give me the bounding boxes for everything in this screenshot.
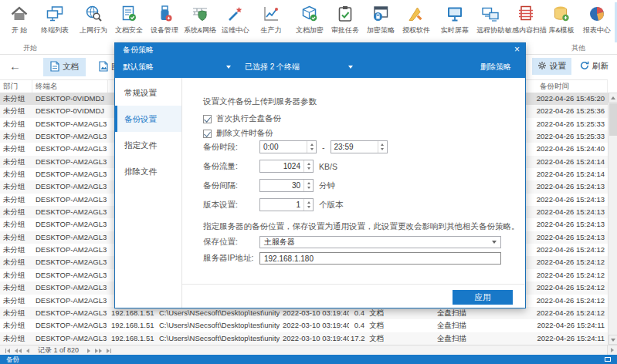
ribbon-item-label: 终端列表: [41, 25, 69, 35]
checkbox-checked[interactable]: [203, 130, 212, 138]
checkbox-row-0[interactable]: 首次执行全盘备份: [203, 113, 281, 124]
pager-fast-prev-button[interactable]: [12, 349, 24, 353]
ribbon-item-web-behavior[interactable]: 上网行为: [76, 2, 111, 42]
ribbon-item-productivity[interactable]: 生产力: [253, 2, 289, 42]
table-cell: 未分组: [0, 332, 32, 345]
server-ip-label: 服务器IP地址:: [203, 253, 259, 264]
document-encrypt-icon: [300, 4, 319, 24]
spinner-control[interactable]: [303, 199, 313, 211]
ribbon-item-encrypt-policy[interactable]: 加密策略: [363, 2, 398, 42]
version-input[interactable]: 1: [259, 198, 314, 211]
back-button[interactable]: [9, 59, 21, 72]
column-header-0[interactable]: 部门: [0, 80, 32, 93]
table-cell: DESKTOP-AM2AGL3: [32, 332, 108, 345]
ribbon-item-document-security[interactable]: 文档安全: [111, 2, 147, 42]
ribbon-item-device-management[interactable]: 设备管理: [147, 2, 182, 42]
table-vertical-scrollbar[interactable]: [608, 93, 617, 345]
ribbon-item-system-network[interactable]: 系统&网络: [182, 2, 218, 42]
ribbon-item-realtime-screen[interactable]: 实时屏幕: [437, 2, 473, 42]
chevron-down-icon: [226, 66, 231, 69]
table-cell: DESKTOP-AM2AGL3: [32, 194, 108, 206]
terminal-dropdown[interactable]: 已选择 2 个终端: [245, 62, 353, 72]
apply-button[interactable]: 应用: [453, 290, 513, 305]
pager-prev-button[interactable]: [24, 349, 32, 353]
ribbon-item-ops-center[interactable]: 运维中心: [218, 2, 253, 42]
ribbon-item-label: 文档加密: [296, 25, 324, 35]
table-cell: 未分组: [0, 295, 32, 307]
close-button[interactable]: [514, 43, 520, 56]
checkbox-row-1[interactable]: 删除文件时备份: [203, 128, 273, 139]
ribbon-item-sensitive-scan[interactable]: 敏感内容扫描: [508, 2, 544, 42]
approval-task-icon: [336, 4, 354, 24]
spinner-control[interactable]: [307, 141, 316, 153]
spinner-control[interactable]: [378, 141, 387, 153]
checkbox-checked[interactable]: [203, 115, 212, 123]
backup-interval-value[interactable]: 30: [260, 180, 303, 191]
ribbon-item-terminal-list[interactable]: 终端列表: [37, 2, 73, 42]
tab-label: 文档: [63, 62, 79, 72]
table-cell: DESKTOP-AM2AGL3: [32, 143, 108, 155]
delete-policy-button[interactable]: 删除策略: [480, 62, 511, 72]
spinner-control[interactable]: [303, 180, 313, 191]
ribbon-item-label: 报表中心: [583, 25, 611, 35]
horizontal-scroll-right-button[interactable]: [607, 345, 617, 355]
version-value[interactable]: 1: [260, 199, 303, 211]
save-location-value: 主服务器: [264, 237, 295, 248]
terminal-dropdown-value: 已选择 2 个终端: [245, 62, 300, 72]
pager-last-button[interactable]: [104, 349, 114, 353]
last-page-icon: [110, 349, 111, 353]
backup-time-from-input[interactable]: 0:00: [259, 140, 317, 153]
pager-next-button[interactable]: [85, 349, 93, 353]
dialog-nav-item-2[interactable]: 指定文件: [115, 132, 181, 158]
pager-first-button[interactable]: [3, 349, 12, 353]
save-location-select[interactable]: 主服务器: [259, 236, 501, 248]
scroll-up-button[interactable]: [609, 93, 617, 103]
backup-time-from-value[interactable]: 0:00: [260, 141, 307, 153]
server-location-note: 指定服务器的备份位置，保存设置为通用设置，此设置更改会影响到其他相关备份策略。: [203, 221, 558, 232]
library-template-icon: [552, 4, 571, 24]
spinner-control[interactable]: [303, 160, 313, 172]
ribbon-group-other-label: 其他: [543, 43, 614, 53]
table-cell: DESKTOP-AM2AGL3: [32, 156, 108, 168]
policy-dropdown[interactable]: 默认策略: [123, 62, 231, 72]
table-cell: DESKTOP-AM2AGL3: [32, 319, 108, 332]
scroll-down-button[interactable]: [609, 335, 617, 345]
server-ip-input[interactable]: 192.168.1.180: [259, 252, 501, 265]
column-header-1[interactable]: 终端名: [32, 80, 108, 93]
right-arrow-icon: [95, 349, 98, 353]
backup-flow-value[interactable]: 1024: [260, 160, 303, 172]
pager-fast-next-button[interactable]: [93, 349, 104, 353]
ribbon-item-approval-task[interactable]: 审批任务: [327, 2, 363, 42]
remote-assist-icon: [481, 4, 500, 24]
device-management-icon: [155, 4, 174, 24]
backup-time-to-value[interactable]: 23:59: [331, 141, 378, 153]
dialog-nav-item-1[interactable]: 备份设置: [115, 106, 181, 132]
save-location-row: 保存位置: 主服务器: [203, 236, 501, 248]
scrollbar-thumb[interactable]: [609, 103, 617, 136]
ribbon-item-home[interactable]: 开 始: [2, 2, 37, 42]
table-cell: 全盘扫描: [402, 319, 502, 332]
backup-flow-input[interactable]: 1024: [259, 160, 314, 173]
ribbon-item-authorized-software[interactable]: 授权软件: [398, 2, 434, 42]
authorized-software-icon: [407, 4, 425, 24]
version-label: 版本设置:: [203, 200, 259, 211]
backup-interval-input[interactable]: 30: [259, 179, 314, 192]
table-cell: 未分组: [0, 206, 32, 218]
tab-selected-document[interactable]: 文档: [43, 58, 86, 76]
table-cell: DESKTOP-AM2AGL3: [32, 206, 108, 218]
ribbon-item-document-encrypt[interactable]: 文档加密: [292, 2, 327, 42]
ribbon-item-report-center[interactable]: 报表中心: [579, 2, 615, 42]
table-row[interactable]: 未分组DESKTOP-AM2AGL3192.168.1.51C:\Users\N…: [0, 332, 608, 345]
table-row[interactable]: 未分组DESKTOP-AM2AGL3192.168.1.51C:\Users\N…: [0, 307, 608, 319]
dialog-nav-item-3[interactable]: 排除文件: [115, 158, 181, 184]
table-row[interactable]: 未分组DESKTOP-AM2AGL3192.168.1.51C:\Users\N…: [0, 319, 608, 332]
server-ip-row: 服务器IP地址: 192.168.1.180: [203, 252, 501, 265]
backup-time-to-input[interactable]: 23:59: [331, 140, 388, 153]
dialog-title: 备份策略: [123, 46, 154, 54]
ribbon-item-library-template[interactable]: 库&模板: [544, 2, 579, 42]
dialog-nav-item-0[interactable]: 常规设置: [115, 79, 181, 106]
ribbon-item-remote-assist[interactable]: 远程协助: [473, 2, 508, 42]
settings-button[interactable]: 设置: [532, 58, 571, 75]
refresh-button[interactable]: 刷新: [575, 58, 614, 75]
chevron-down-icon: [348, 66, 353, 69]
